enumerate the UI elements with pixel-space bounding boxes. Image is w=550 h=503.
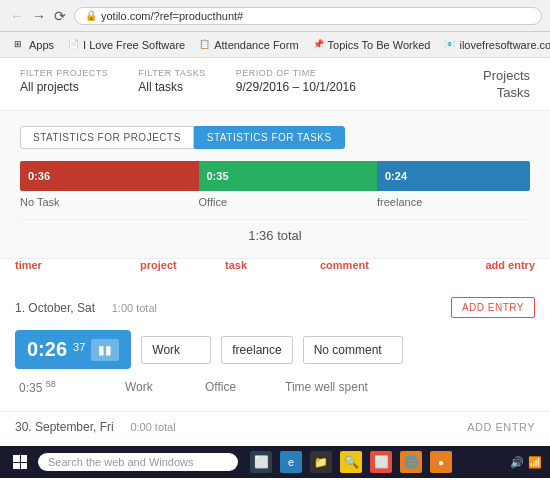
taskbar-search[interactable]: Search the web and Windows bbox=[38, 453, 238, 471]
bar-office: 0:35 bbox=[199, 161, 378, 191]
annotation-timer: timer bbox=[15, 259, 42, 271]
timer-row-active: 0:26 37 ▮▮ Work freelance No comment bbox=[15, 326, 535, 373]
stats-total: 1:36 total bbox=[20, 219, 530, 243]
taskbar: Search the web and Windows ⬜ e 📁 🔍 ⬜ 🌐 ●… bbox=[0, 446, 550, 478]
start-button[interactable] bbox=[8, 450, 32, 474]
add-entry-button-sep[interactable]: ADD ENTRY bbox=[467, 421, 535, 433]
entry-oct-section: 1. October, Sat 1:00 total ADD ENTRY 0:2… bbox=[0, 287, 550, 412]
lock-icon: 🔒 bbox=[85, 10, 97, 21]
topics-favicon: 📌 bbox=[313, 39, 325, 51]
taskbar-search-icon[interactable]: 🔍 bbox=[340, 451, 362, 473]
filter-projects-group: FILTER PROJECTS All projects bbox=[20, 68, 108, 94]
annotation-add-entry: add entry bbox=[485, 259, 535, 271]
entry-sep-date-row: 30. September, Fri 0:00 total ADD ENTRY bbox=[15, 420, 535, 434]
bookmark-ilovefree[interactable]: 📄 I Love Free Software bbox=[62, 37, 191, 53]
annotation-task: task bbox=[225, 259, 247, 271]
bar-freelance: 0:24 bbox=[377, 161, 530, 191]
bar-label-no-task: No Task bbox=[20, 195, 199, 209]
ilovefree-favicon: 📄 bbox=[68, 39, 80, 51]
taskbar-app-chrome[interactable]: ● bbox=[430, 451, 452, 473]
tray-icon-2: 📶 bbox=[528, 456, 542, 469]
stats-area: STATISTICS FOR PROJECTS STATISTICS FOR T… bbox=[0, 111, 550, 259]
filter-period-group: PERIOD OF TIME 9/29/2016 – 10/1/2016 bbox=[236, 68, 356, 94]
pause-button[interactable]: ▮▮ bbox=[91, 339, 119, 361]
stats-bar-chart: 0:36 0:35 0:24 bbox=[20, 161, 530, 191]
filter-projects-value[interactable]: All projects bbox=[20, 80, 108, 94]
timer-seconds: 37 bbox=[73, 341, 85, 353]
entry-sep-section: 30. September, Fri 0:00 total ADD ENTRY bbox=[0, 412, 550, 442]
apps-favicon: ⊞ bbox=[14, 39, 26, 51]
attendance-favicon: 📋 bbox=[199, 39, 211, 51]
bookmark-attendance[interactable]: 📋 Attendance Form bbox=[193, 37, 304, 53]
entry-sep-total: 0:00 total bbox=[130, 421, 175, 433]
bookmarks-bar: ⊞ Apps 📄 I Love Free Software 📋 Attendan… bbox=[0, 32, 550, 58]
timer-display: 0:26 37 ▮▮ bbox=[15, 330, 131, 369]
bar-labels: No Task Office freelance bbox=[20, 195, 530, 209]
time-2-seconds: 58 bbox=[46, 379, 56, 389]
time-row-2: 0:35 58 Work Office Time well spent bbox=[15, 373, 535, 401]
ilovefree2-favicon: 📧 bbox=[444, 39, 456, 51]
task-field[interactable]: freelance bbox=[221, 336, 292, 364]
filter-period-label: PERIOD OF TIME bbox=[236, 68, 356, 78]
row2-project: Work bbox=[125, 380, 195, 394]
timer-value: 0:26 bbox=[27, 338, 67, 361]
tray-icon-1: 🔊 bbox=[510, 456, 524, 469]
bookmark-apps[interactable]: ⊞ Apps bbox=[8, 37, 60, 53]
project-field[interactable]: Work bbox=[141, 336, 211, 364]
browser-controls: ← → ⟳ bbox=[8, 6, 68, 26]
tab-projects[interactable]: STATISTICS FOR PROJECTS bbox=[20, 126, 194, 149]
annotation-project: project bbox=[140, 259, 177, 271]
nav-tasks[interactable]: Tasks bbox=[497, 85, 530, 100]
entry-oct-date-row: 1. October, Sat 1:00 total ADD ENTRY bbox=[15, 297, 535, 318]
filter-tasks-value[interactable]: All tasks bbox=[138, 80, 206, 94]
bookmark-ilovefree2[interactable]: 📧 ilovefresoftware.com bbox=[438, 37, 550, 53]
browser-bar: ← → ⟳ 🔒 yotilo.com/?ref=producthunt# bbox=[0, 0, 550, 32]
add-entry-button-oct[interactable]: ADD ENTRY bbox=[451, 297, 535, 318]
annotation-labels-row: timer project task comment add entry bbox=[0, 259, 550, 287]
address-bar[interactable]: 🔒 yotilo.com/?ref=producthunt# bbox=[74, 7, 542, 25]
url-text: yotilo.com/?ref=producthunt# bbox=[101, 10, 243, 22]
reload-button[interactable]: ⟳ bbox=[52, 6, 68, 26]
taskbar-task-view[interactable]: ⬜ bbox=[250, 451, 272, 473]
bar-label-freelance: freelance bbox=[377, 195, 530, 209]
stats-tabs: STATISTICS FOR PROJECTS STATISTICS FOR T… bbox=[20, 126, 530, 149]
nav-links: Projects Tasks bbox=[483, 68, 530, 100]
filter-projects-label: FILTER PROJECTS bbox=[20, 68, 108, 78]
annotation-comment: comment bbox=[320, 259, 369, 271]
taskbar-app-red[interactable]: ⬜ bbox=[370, 451, 392, 473]
time-2-value: 0:35 58 bbox=[15, 379, 115, 395]
entry-oct-total: 1:00 total bbox=[112, 302, 157, 314]
filter-period-value[interactable]: 9/29/2016 – 10/1/2016 bbox=[236, 80, 356, 94]
back-button[interactable]: ← bbox=[8, 6, 26, 26]
taskbar-edge[interactable]: e bbox=[280, 451, 302, 473]
row2-task: Office bbox=[205, 380, 275, 394]
entry-oct-date: 1. October, Sat 1:00 total bbox=[15, 301, 157, 315]
filter-row: FILTER PROJECTS All projects FILTER TASK… bbox=[0, 58, 550, 111]
taskbar-files[interactable]: 📁 bbox=[310, 451, 332, 473]
row2-comment: Time well spent bbox=[285, 380, 385, 394]
windows-icon bbox=[13, 455, 27, 469]
bar-no-task: 0:36 bbox=[20, 161, 199, 191]
bar-label-office: Office bbox=[199, 195, 378, 209]
taskbar-icons: ⬜ e 📁 🔍 ⬜ 🌐 ● bbox=[250, 451, 452, 473]
filter-tasks-label: FILTER TASKS bbox=[138, 68, 206, 78]
forward-button[interactable]: → bbox=[30, 6, 48, 26]
entry-sep-date: 30. September, Fri 0:00 total bbox=[15, 420, 176, 434]
filter-tasks-group: FILTER TASKS All tasks bbox=[138, 68, 206, 94]
nav-projects[interactable]: Projects bbox=[483, 68, 530, 83]
bookmark-topics[interactable]: 📌 Topics To Be Worked bbox=[307, 37, 437, 53]
page-content: FILTER PROJECTS All projects FILTER TASK… bbox=[0, 58, 550, 442]
comment-field[interactable]: No comment bbox=[303, 336, 403, 364]
taskbar-app-orange[interactable]: 🌐 bbox=[400, 451, 422, 473]
tab-tasks[interactable]: STATISTICS FOR TASKS bbox=[194, 126, 345, 149]
system-tray: 🔊 📶 bbox=[510, 456, 542, 469]
